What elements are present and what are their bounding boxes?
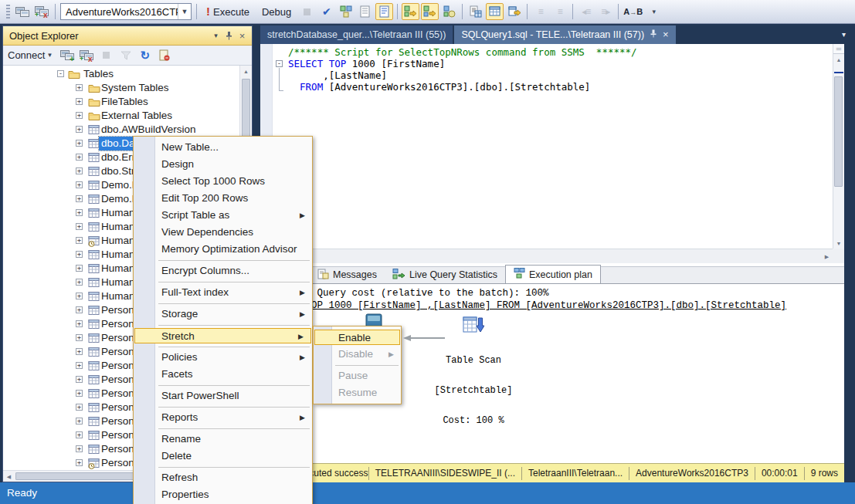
tree-expander-icon[interactable]: + <box>76 459 83 466</box>
intellisense-enabled-icon[interactable] <box>375 3 393 20</box>
tree-expander-icon[interactable]: + <box>76 390 83 397</box>
tree-expander-icon[interactable]: + <box>76 237 83 244</box>
menu-item-rename[interactable]: Rename <box>134 431 312 448</box>
tree-expander-icon[interactable]: + <box>76 209 83 216</box>
tree-expander-icon[interactable]: + <box>76 84 83 91</box>
document-list-icon[interactable]: ▾ <box>842 30 846 39</box>
change-connection-icon[interactable]: x+ <box>33 3 51 20</box>
include-client-statistics-icon[interactable] <box>440 3 458 20</box>
tree-expander-icon[interactable]: + <box>76 306 83 313</box>
connect-server-icon[interactable]: + <box>59 47 76 64</box>
scroll-right-icon[interactable]: ▶ <box>821 249 833 263</box>
tree-expander-icon[interactable]: + <box>76 98 83 105</box>
tree-expander-icon[interactable]: + <box>76 195 83 202</box>
menu-item-select-top-1000-rows[interactable]: Select Top 1000 Rows <box>134 173 312 190</box>
fold-collapse-icon[interactable]: - <box>276 60 283 67</box>
menu-item-facets[interactable]: Facets <box>134 366 312 383</box>
refresh-icon[interactable]: ↻ <box>136 47 154 64</box>
results-to-grid-icon[interactable] <box>486 3 504 20</box>
scrollbar-thumb[interactable] <box>834 76 843 187</box>
include-actual-plan-icon[interactable] <box>402 3 419 20</box>
stop-icon[interactable] <box>97 47 115 64</box>
tab-active-document[interactable]: SQLQuery1.sql - TELE...\Teletraan III (5… <box>454 25 675 44</box>
code-editor[interactable]: - /****** Script for SelectTopNRows comm… <box>260 44 844 249</box>
toolbar-overflow-icon[interactable]: ▾ <box>645 3 663 20</box>
tree-expander-icon[interactable]: + <box>76 293 83 299</box>
tree-expander-icon[interactable]: + <box>76 251 83 258</box>
tree-expander-icon[interactable]: + <box>76 140 83 147</box>
plan-query-text[interactable]: SELECT TOP 1000 [FirstName] ,[LastName] … <box>265 300 786 311</box>
tree-expander-icon[interactable]: - <box>57 70 64 77</box>
live-query-statistics-icon[interactable] <box>421 3 439 20</box>
pin-icon[interactable] <box>650 29 657 40</box>
display-estimated-plan-icon[interactable] <box>337 3 355 20</box>
menu-item-encrypt-columns[interactable]: Encrypt Columns... <box>134 262 312 279</box>
tree-expander-icon[interactable]: + <box>76 418 83 425</box>
parse-icon[interactable]: ✔ <box>317 3 335 20</box>
execute-button[interactable]: !Execute <box>201 3 255 20</box>
menu-item-storage[interactable]: Storage▶ <box>134 306 312 323</box>
scroll-left-icon[interactable]: ◀ <box>3 471 15 482</box>
menu-item-enable[interactable]: Enable <box>314 330 400 345</box>
chevron-down-icon[interactable]: ▼ <box>178 4 191 19</box>
tree-item[interactable]: +External Tables <box>3 109 239 123</box>
tree-expander-icon[interactable]: + <box>76 265 83 272</box>
results-tab-messages[interactable]: Messages <box>310 266 385 283</box>
menu-item-reports[interactable]: Reports▶ <box>134 409 312 426</box>
decrease-indent-icon[interactable]: ◂≡ <box>577 3 595 20</box>
tree-expander-icon[interactable]: + <box>76 445 83 452</box>
menu-item-disable[interactable]: Disable▶ <box>314 346 401 363</box>
tree-expander-icon[interactable]: + <box>76 223 83 230</box>
results-to-text-icon[interactable] <box>467 3 484 20</box>
tree-item[interactable]: +FileTables <box>3 95 239 109</box>
connect-icon[interactable] <box>14 3 32 20</box>
comment-icon[interactable]: ≡ <box>531 3 549 20</box>
menu-item-pause[interactable]: Pause <box>314 367 401 384</box>
menu-item-full-text-index[interactable]: Full-Text index▶ <box>134 284 312 301</box>
increase-indent-icon[interactable]: ≡▸ <box>596 3 614 20</box>
menu-item-refresh[interactable]: Refresh <box>134 469 312 486</box>
tree-expander-icon[interactable]: + <box>76 181 83 188</box>
tree-expander-icon[interactable]: + <box>76 348 83 355</box>
query-options-icon[interactable] <box>356 3 374 20</box>
tree-expander-icon[interactable]: + <box>76 376 83 383</box>
menu-item-start-powershell[interactable]: Start PowerShell <box>134 387 312 404</box>
disconnect-server-icon[interactable]: x+ <box>78 47 96 64</box>
connect-dropdown[interactable]: Connect <box>8 49 45 61</box>
tab-document[interactable]: stretchDatabase_quer...\Teletraan III (5… <box>260 25 453 44</box>
tree-item[interactable]: +System Tables <box>3 81 239 95</box>
tree-item[interactable]: +dbo.AWBuildVersion <box>3 123 239 137</box>
debug-button[interactable]: Debug <box>256 3 297 20</box>
scroll-up-icon[interactable]: ▲ <box>833 55 844 65</box>
tree-expander-icon[interactable]: + <box>76 154 83 161</box>
results-to-file-icon[interactable] <box>505 3 523 20</box>
close-icon[interactable]: × <box>236 29 249 42</box>
menu-item-view-dependencies[interactable]: View Dependencies <box>134 224 312 241</box>
scroll-down-icon[interactable]: ▼ <box>833 238 844 249</box>
tree-expander-icon[interactable]: + <box>76 126 83 133</box>
menu-item-policies[interactable]: Policies▶ <box>134 349 312 366</box>
error-logs-icon[interactable] <box>155 47 173 64</box>
tree-item[interactable]: -Tables <box>3 67 239 81</box>
scroll-up-icon[interactable]: ▲ <box>240 66 252 77</box>
pin-icon[interactable] <box>222 29 236 42</box>
toolbar-grip[interactable] <box>6 5 10 19</box>
menu-item-memory-optimization-advisor[interactable]: Memory Optimization Advisor <box>134 241 312 258</box>
editor-horizontal-scrollbar[interactable]: ◀ ▶ <box>260 249 833 263</box>
tree-expander-icon[interactable]: + <box>76 279 83 286</box>
menu-item-stretch[interactable]: Stretch▶ <box>134 328 311 343</box>
tree-expander-icon[interactable]: + <box>76 320 83 327</box>
menu-item-resume[interactable]: Resume <box>314 384 401 401</box>
editor-vertical-scrollbar[interactable]: ═ ▲ ▼ <box>833 44 844 249</box>
menu-item-design[interactable]: Design <box>134 156 312 173</box>
table-scan-icon[interactable] <box>463 315 483 335</box>
tree-expander-icon[interactable]: + <box>76 362 83 369</box>
close-icon[interactable]: × <box>663 29 669 40</box>
database-selector[interactable]: AdventureWorks2016CTP3▼ <box>60 3 192 20</box>
menu-item-edit-top-200-rows[interactable]: Edit Top 200 Rows <box>134 190 312 207</box>
results-tab-live-query-statistics[interactable]: Live Query Statistics <box>385 266 505 283</box>
filter-icon[interactable] <box>117 47 134 64</box>
tree-expander-icon[interactable]: + <box>76 112 83 119</box>
tree-expander-icon[interactable]: + <box>76 167 83 174</box>
menu-item-new-table[interactable]: New Table... <box>134 139 312 156</box>
